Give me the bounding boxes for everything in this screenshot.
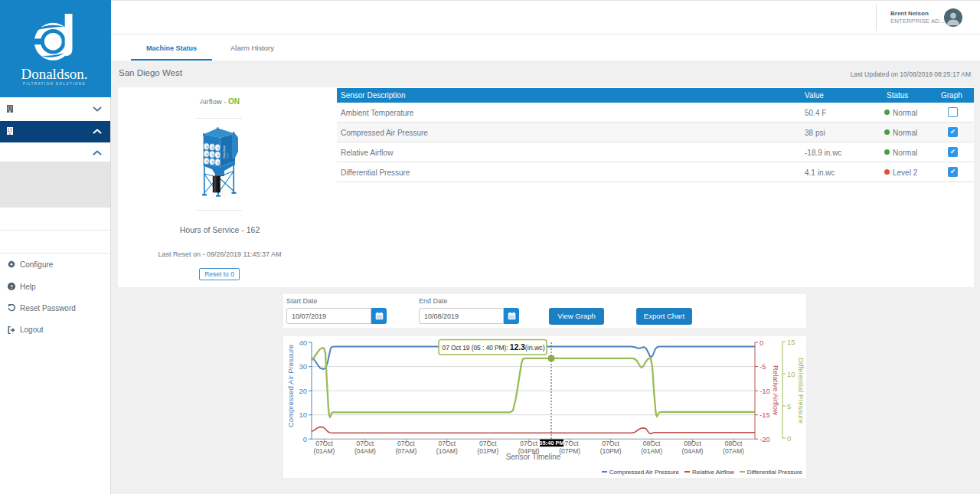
- svg-text:30: 30: [299, 362, 307, 371]
- svg-text:(07AM): (07AM): [723, 447, 744, 455]
- svg-text:-5: -5: [760, 362, 766, 371]
- svg-text:07 Oct 19 (05 : 40 PM): 12.3(i: 07 Oct 19 (05 : 40 PM): 12.3(in.wc): [443, 342, 545, 352]
- svg-text:0: 0: [760, 339, 763, 347]
- svg-text:FILTRATION SOLUTIONS: FILTRATION SOLUTIONS: [23, 82, 86, 86]
- svg-text:(10PM): (10PM): [600, 447, 622, 455]
- svg-text:(10AM): (10AM): [436, 447, 458, 455]
- svg-text:0: 0: [787, 434, 791, 443]
- svg-text:07Oct: 07Oct: [357, 440, 374, 447]
- svg-text:07Oct: 07Oct: [479, 440, 497, 447]
- svg-text:40: 40: [299, 339, 307, 347]
- svg-text:08Oct: 08Oct: [643, 440, 661, 447]
- svg-text:07Oct: 07Oct: [438, 440, 456, 447]
- svg-text:Sensor Timeline: Sensor Timeline: [506, 453, 561, 461]
- svg-text:(01AM): (01AM): [314, 447, 335, 455]
- svg-text:Donaldson: Donaldson: [222, 146, 226, 159]
- svg-text:07Oct: 07Oct: [315, 440, 333, 447]
- svg-text:-20: -20: [760, 435, 770, 443]
- svg-text:(07AM): (07AM): [395, 447, 416, 455]
- svg-text:10: 10: [299, 411, 307, 419]
- svg-text:5: 5: [787, 402, 791, 411]
- svg-text:(04AM): (04AM): [354, 447, 376, 455]
- svg-text:?: ?: [10, 284, 13, 290]
- svg-text:07Oct: 07Oct: [397, 440, 415, 447]
- svg-text:Relative Airflow: Relative Airflow: [772, 365, 780, 415]
- svg-text:-15: -15: [760, 411, 770, 419]
- svg-text:07Oct: 07Oct: [602, 440, 619, 447]
- svg-text:07Oct: 07Oct: [520, 440, 537, 447]
- svg-text:05:40 PM: 05:40 PM: [539, 440, 564, 447]
- svg-text:08Oct: 08Oct: [725, 440, 743, 447]
- svg-text:0: 0: [303, 435, 307, 443]
- svg-text:TORIT: TORIT: [227, 152, 229, 159]
- svg-text:(01AM): (01AM): [641, 447, 662, 455]
- svg-text:15: 15: [787, 338, 795, 346]
- svg-text:(01PM): (01PM): [477, 447, 498, 455]
- svg-text:Donaldson.: Donaldson.: [21, 66, 87, 82]
- svg-text:10: 10: [787, 370, 795, 378]
- svg-text:(04AM): (04AM): [682, 447, 704, 455]
- svg-text:08Oct: 08Oct: [684, 440, 701, 447]
- svg-text:(07PM): (07PM): [559, 447, 580, 455]
- svg-text:20: 20: [299, 387, 307, 395]
- svg-text:Compressed Air Pressure: Compressed Air Pressure: [286, 345, 295, 427]
- svg-text:-10: -10: [760, 387, 770, 395]
- svg-text:Differential Pressure: Differential Pressure: [797, 358, 805, 424]
